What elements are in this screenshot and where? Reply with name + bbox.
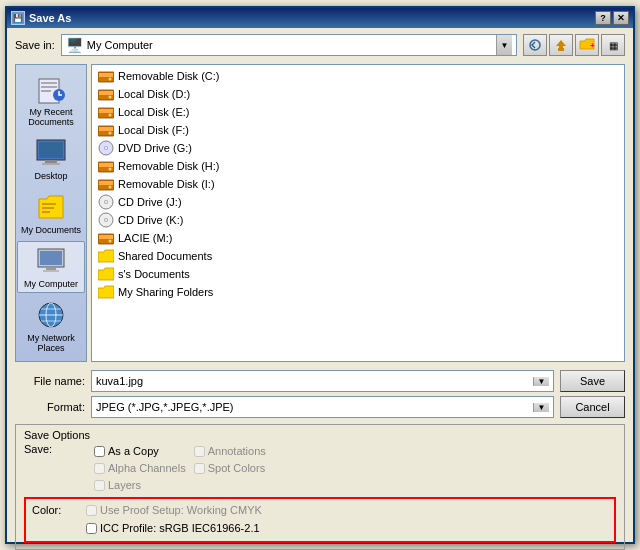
svg-rect-31 — [99, 109, 113, 113]
file-item[interactable]: Removable Disk (I:) — [94, 175, 622, 193]
file-item[interactable]: Local Disk (F:) — [94, 121, 622, 139]
file-name: Local Disk (D:) — [118, 88, 190, 100]
svg-point-44 — [109, 186, 112, 189]
drive-icon — [98, 158, 114, 174]
svg-rect-17 — [46, 267, 56, 270]
file-item[interactable]: CD Drive (J:) — [94, 193, 622, 211]
close-button[interactable]: ✕ — [613, 11, 629, 25]
filename-input[interactable]: kuva1.jpg ▼ — [91, 370, 554, 392]
drive-icon — [98, 86, 114, 102]
file-item[interactable]: Removable Disk (C:) — [94, 67, 622, 85]
svg-rect-13 — [42, 207, 54, 209]
back-button[interactable] — [523, 34, 547, 56]
sidebar-label-mydocs: My Documents — [21, 225, 81, 235]
filename-dropdown-arrow[interactable]: ▼ — [533, 377, 549, 386]
save-label: Save: — [24, 443, 74, 455]
cancel-button[interactable]: Cancel — [560, 396, 625, 418]
drive-icon — [98, 104, 114, 120]
save-in-select[interactable]: 🖥️ My Computer ▼ — [61, 34, 517, 56]
save-as-dialog: 💾 Save As ? ✕ Save in: 🖥️ My Computer ▼ — [5, 6, 635, 544]
alpha-channels-label: Alpha Channels — [108, 462, 186, 474]
spot-colors-row: Spot Colors — [194, 460, 286, 476]
file-item[interactable]: DVD Drive (G:) — [94, 139, 622, 157]
file-name: s's Documents — [118, 268, 190, 280]
svg-rect-16 — [40, 251, 62, 265]
color-header-row: Color: Use Proof Setup: Working CMYK — [32, 502, 608, 518]
save-in-arrow[interactable]: ▼ — [496, 35, 512, 55]
spot-colors-label: Spot Colors — [208, 462, 265, 474]
svg-point-41 — [109, 168, 112, 171]
sidebar-item-network[interactable]: My Network Places — [17, 295, 85, 357]
desktop-icon — [35, 137, 67, 169]
use-proof-checkbox[interactable] — [86, 505, 97, 516]
file-item[interactable]: Local Disk (D:) — [94, 85, 622, 103]
svg-point-38 — [105, 147, 107, 149]
file-name: CD Drive (K:) — [118, 214, 183, 226]
svg-rect-14 — [42, 211, 50, 213]
filename-row: File name: kuva1.jpg ▼ Save — [15, 370, 625, 392]
drive-icon — [98, 230, 114, 246]
use-proof-label: Use Proof Setup: Working CMYK — [100, 504, 262, 516]
icc-profile-checkbox[interactable] — [86, 523, 97, 534]
dvd-icon — [98, 140, 114, 156]
format-dropdown-arrow[interactable]: ▼ — [533, 403, 549, 412]
file-name: CD Drive (J:) — [118, 196, 182, 208]
folder-icon — [98, 266, 114, 282]
folder-icon — [98, 284, 114, 300]
file-item[interactable]: My Sharing Folders — [94, 283, 622, 301]
file-item[interactable]: Local Disk (E:) — [94, 103, 622, 121]
toolbar-buttons: + ▦ — [523, 34, 625, 56]
network-icon — [35, 299, 67, 331]
folder-icon — [98, 248, 114, 264]
title-bar: 💾 Save As ? ✕ — [7, 8, 633, 28]
use-proof-row: Use Proof Setup: Working CMYK — [86, 502, 262, 518]
help-button[interactable]: ? — [595, 11, 611, 25]
svg-rect-18 — [43, 270, 59, 272]
save-button[interactable]: Save — [560, 370, 625, 392]
save-options-grid: As a Copy Annotations Alpha Channels Spo… — [94, 443, 285, 493]
view-button[interactable]: ▦ — [601, 34, 625, 56]
file-list[interactable]: Removable Disk (C:) Local Disk (D:) Loca… — [91, 64, 625, 362]
file-name: LACIE (M:) — [118, 232, 172, 244]
svg-point-26 — [109, 78, 112, 81]
file-name: Local Disk (F:) — [118, 124, 189, 136]
svg-rect-43 — [99, 181, 113, 185]
sidebar-item-computer[interactable]: My Computer — [17, 241, 85, 293]
file-item[interactable]: CD Drive (K:) — [94, 211, 622, 229]
cd-icon — [98, 212, 114, 228]
new-folder-button[interactable]: + — [575, 34, 599, 56]
sidebar-label-desktop: Desktop — [34, 171, 67, 181]
format-label: Format: — [15, 401, 85, 413]
save-options-box: Save Options Save: As a Copy Annotations — [15, 424, 625, 550]
svg-rect-28 — [99, 91, 113, 95]
file-item[interactable]: LACIE (M:) — [94, 229, 622, 247]
file-name: Removable Disk (H:) — [118, 160, 219, 172]
file-name: DVD Drive (G:) — [118, 142, 192, 154]
icc-profile-row: ICC Profile: sRGB IEC61966-2.1 — [32, 520, 608, 536]
file-item[interactable]: s's Documents — [94, 265, 622, 283]
up-button[interactable] — [549, 34, 573, 56]
color-label: Color: — [32, 504, 82, 516]
svg-rect-10 — [45, 160, 57, 163]
sidebar-item-desktop[interactable]: Desktop — [17, 133, 85, 185]
sidebar-label-recent: My Recent Documents — [20, 107, 82, 127]
layers-checkbox[interactable] — [94, 480, 105, 491]
dialog-content: Save in: 🖥️ My Computer ▼ — [7, 28, 633, 550]
layers-label: Layers — [108, 479, 141, 491]
file-item[interactable]: Removable Disk (H:) — [94, 157, 622, 175]
drive-icon — [98, 68, 114, 84]
file-name: Local Disk (E:) — [118, 106, 190, 118]
spot-colors-checkbox[interactable] — [194, 463, 205, 474]
sidebar-item-mydocs[interactable]: My Documents — [17, 187, 85, 239]
as-copy-checkbox[interactable] — [94, 446, 105, 457]
annotations-checkbox[interactable] — [194, 446, 205, 457]
svg-rect-25 — [99, 73, 113, 77]
filename-label: File name: — [15, 375, 85, 387]
format-input-wrapper: JPEG (*.JPG,*.JPEG,*.JPE) ▼ — [91, 396, 554, 418]
format-select[interactable]: JPEG (*.JPG,*.JPEG,*.JPE) ▼ — [91, 396, 554, 418]
sidebar-item-recent[interactable]: My Recent Documents — [17, 69, 85, 131]
svg-rect-40 — [99, 163, 113, 167]
drive-icon — [98, 176, 114, 192]
file-item[interactable]: Shared Documents — [94, 247, 622, 265]
alpha-channels-checkbox[interactable] — [94, 463, 105, 474]
